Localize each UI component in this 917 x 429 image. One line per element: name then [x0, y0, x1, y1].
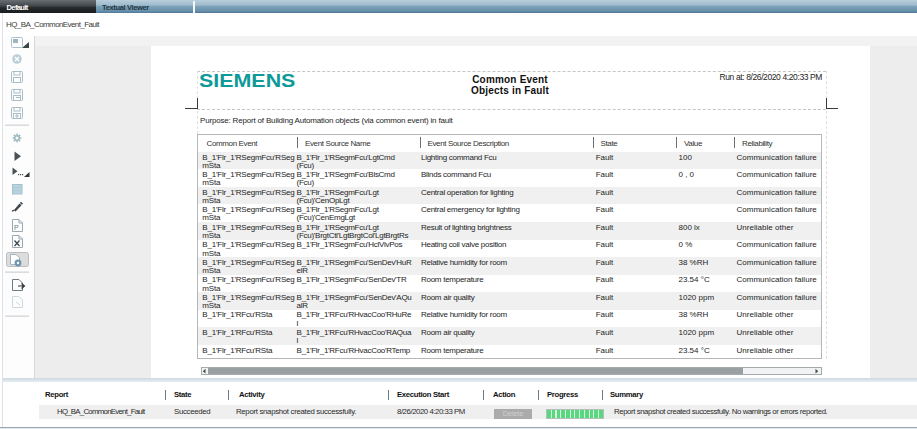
svg-text:P: P: [14, 224, 19, 231]
